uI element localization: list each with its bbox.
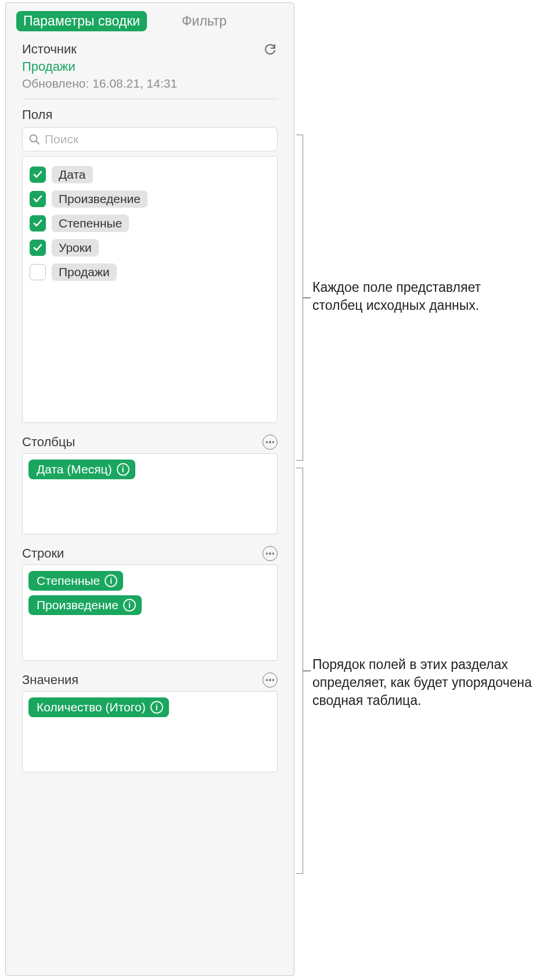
assigned-field-pill[interactable]: Дата (Месяц)i: [28, 460, 135, 479]
fields-label: Поля: [22, 107, 278, 122]
search-field-wrap[interactable]: [22, 127, 278, 151]
columns-label: Столбцы: [22, 435, 75, 450]
field-row: Уроки: [28, 236, 271, 260]
values-section: Значения Количество (Итого)i: [6, 661, 294, 772]
columns-well[interactable]: Дата (Месяц)i: [22, 453, 278, 534]
assigned-field-pill[interactable]: Степенныеi: [28, 571, 123, 591]
field-pill[interactable]: Дата: [52, 166, 93, 183]
field-row: Степенные: [28, 211, 271, 236]
columns-more-icon[interactable]: [262, 435, 278, 450]
rows-label: Строки: [22, 546, 64, 561]
bracket-sections: [296, 468, 303, 874]
values-more-icon[interactable]: [262, 672, 278, 688]
fields-list[interactable]: ДатаПроизведениеСтепенныеУрокиПродажи: [22, 156, 278, 423]
pill-label: Количество (Итого): [37, 700, 146, 714]
bracket-fields: [296, 135, 303, 461]
source-name[interactable]: Продажи: [22, 59, 278, 74]
field-checkbox[interactable]: [30, 240, 46, 256]
pill-label: Степенные: [37, 574, 100, 588]
info-icon[interactable]: i: [117, 463, 129, 476]
pill-label: Дата (Месяц): [37, 462, 112, 476]
info-icon[interactable]: i: [150, 701, 163, 714]
callout-fields: Каждое поле представляет столбец исходны…: [312, 279, 533, 314]
field-row: Дата: [28, 162, 271, 187]
source-section: Источник Продажи Обновлено: 16.08.21, 14…: [6, 37, 294, 99]
field-checkbox[interactable]: [30, 191, 46, 207]
info-icon[interactable]: i: [123, 599, 136, 612]
source-updated: Обновлено: 16.08.21, 14:31: [22, 77, 278, 91]
pivot-options-panel: Параметры сводки Фильтр Источник Продажи…: [5, 2, 294, 976]
info-icon[interactable]: i: [105, 574, 117, 587]
svg-line-1: [36, 141, 39, 144]
values-well[interactable]: Количество (Итого)i: [22, 691, 278, 772]
field-pill[interactable]: Степенные: [52, 215, 129, 232]
callout-sections: Порядок полей в этих разделах определяет…: [312, 656, 533, 710]
assigned-field-pill[interactable]: Произведениеi: [28, 595, 142, 615]
field-checkbox[interactable]: [30, 167, 46, 183]
field-checkbox[interactable]: [30, 215, 46, 232]
field-pill[interactable]: Произведение: [52, 190, 148, 208]
field-pill[interactable]: Уроки: [52, 239, 99, 256]
assigned-field-pill[interactable]: Количество (Итого)i: [28, 697, 169, 717]
fields-section: Поля ДатаПроизведениеСтепенныеУрокиПрода…: [6, 99, 294, 423]
field-pill[interactable]: Продажи: [52, 263, 117, 281]
values-label: Значения: [22, 672, 78, 688]
rows-more-icon[interactable]: [262, 546, 278, 561]
columns-section: Столбцы Дата (Месяц)i: [6, 423, 294, 534]
search-input[interactable]: [45, 132, 271, 146]
search-icon: [28, 133, 40, 145]
rows-well[interactable]: СтепенныеiПроизведениеi: [22, 565, 278, 661]
tab-pivot-options[interactable]: Параметры сводки: [16, 11, 147, 31]
source-label: Источник: [22, 42, 77, 57]
field-row: Произведение: [28, 187, 271, 211]
refresh-icon[interactable]: [262, 42, 278, 57]
field-row: Продажи: [28, 260, 271, 284]
panel-tabs: Параметры сводки Фильтр: [6, 3, 294, 37]
rows-section: Строки СтепенныеiПроизведениеi: [6, 534, 294, 661]
field-checkbox[interactable]: [30, 264, 46, 280]
pill-label: Произведение: [37, 598, 118, 612]
tab-filter[interactable]: Фильтр: [182, 13, 226, 29]
